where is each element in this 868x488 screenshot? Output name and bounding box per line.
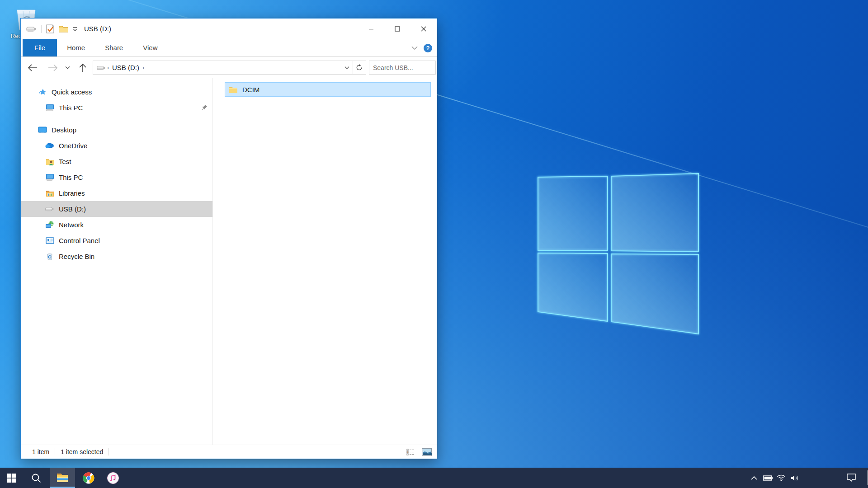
sidebar-group-gap: [21, 116, 212, 122]
address-dropdown-button[interactable]: [341, 61, 353, 74]
file-item-label: DCIM: [242, 86, 259, 94]
maximize-button[interactable]: [384, 19, 410, 39]
usb-drive-icon: [26, 26, 37, 32]
windows-logo-glass: [520, 158, 714, 348]
quick-access-star-icon: [38, 88, 47, 96]
recycle-bin-icon: [45, 253, 54, 260]
desktop-icon: [38, 127, 47, 134]
taskbar-itunes-button[interactable]: [102, 468, 124, 488]
sidebar-item-this-pc[interactable]: This PC: [21, 169, 212, 185]
navigation-pane: Quick access This PC: [21, 78, 212, 445]
divider: [41, 25, 42, 33]
sidebar-item-label: Test: [59, 158, 71, 165]
status-item-count: 1 item: [32, 448, 49, 455]
large-icons-view-button[interactable]: [422, 447, 432, 456]
sidebar-item-libraries[interactable]: Libraries: [21, 185, 212, 201]
ribbon-expand-chevron-icon[interactable]: [411, 46, 418, 50]
navigation-bar: › USB (D:) ›: [21, 57, 437, 78]
sidebar-item-label: This PC: [59, 174, 83, 181]
battery-tray-icon[interactable]: [761, 468, 774, 488]
volume-tray-icon[interactable]: [788, 468, 802, 488]
file-item-dcim[interactable]: DCIM: [225, 82, 431, 97]
sidebar-item-label: Quick access: [52, 88, 92, 96]
help-button[interactable]: ?: [424, 44, 432, 52]
search-box[interactable]: [369, 61, 436, 75]
network-tray-icon[interactable]: [774, 468, 788, 488]
file-explorer-window: USB (D:) File Home Share View: [20, 18, 437, 459]
onedrive-cloud-icon: [45, 143, 54, 149]
sidebar-item-label: USB (D:): [59, 205, 86, 213]
sidebar-item-onedrive[interactable]: OneDrive: [21, 138, 212, 154]
properties-check-icon[interactable]: [46, 24, 55, 34]
action-center-button[interactable]: [840, 468, 863, 488]
taskbar-search-button[interactable]: [25, 468, 47, 488]
sidebar-item-this-pc-pinned[interactable]: This PC: [21, 100, 212, 116]
tab-home[interactable]: Home: [57, 39, 95, 56]
breadcrumb-chevron-icon[interactable]: ›: [142, 65, 144, 71]
divider: [108, 448, 109, 455]
sidebar-item-label: Network: [59, 221, 84, 229]
forward-button[interactable]: [46, 61, 60, 75]
usb-drive-icon: [97, 65, 106, 70]
start-button[interactable]: [1, 468, 23, 488]
up-button[interactable]: [76, 61, 90, 75]
sidebar-item-label: Recycle Bin: [59, 253, 94, 260]
divider: [55, 448, 55, 455]
tab-share[interactable]: Share: [95, 39, 133, 56]
taskbar-chrome-button[interactable]: [78, 468, 99, 488]
search-input[interactable]: [369, 64, 457, 71]
view-toggles: [406, 447, 432, 456]
new-folder-icon[interactable]: [59, 25, 68, 33]
sidebar-item-test[interactable]: Test: [21, 154, 212, 169]
monitor-icon: [45, 174, 54, 181]
volume-icon: [791, 475, 799, 481]
sidebar-item-usb-drive[interactable]: USB (D:): [21, 201, 212, 217]
control-panel-icon: [45, 237, 54, 244]
sidebar-item-label: Desktop: [52, 126, 76, 134]
music-note-icon: [107, 472, 119, 484]
refresh-button[interactable]: [353, 61, 366, 75]
file-explorer-icon: [57, 473, 68, 483]
window-body: Quick access This PC: [21, 78, 437, 445]
hidden-icons-button[interactable]: [747, 468, 761, 488]
quick-access-toolbar: [21, 24, 78, 34]
user-folder-icon: [45, 158, 54, 165]
ribbon-right-controls: ?: [411, 39, 432, 57]
wifi-icon: [777, 474, 786, 481]
network-icon: [45, 221, 54, 229]
pin-icon: [201, 104, 208, 111]
action-center-icon: [847, 474, 856, 482]
tab-view[interactable]: View: [133, 39, 167, 56]
sidebar-item-control-panel[interactable]: Control Panel: [21, 233, 212, 249]
breadcrumb-item[interactable]: USB (D:): [112, 64, 139, 71]
title-bar[interactable]: USB (D:): [21, 19, 437, 39]
chrome-icon: [83, 472, 94, 484]
details-view-button[interactable]: [406, 447, 415, 456]
qat-dropdown-icon[interactable]: [72, 26, 78, 32]
chevron-up-icon: [751, 476, 757, 480]
breadcrumb-chevron-icon: ›: [107, 65, 109, 71]
windows-logo-icon: [7, 474, 16, 483]
close-button[interactable]: [410, 19, 437, 39]
sidebar-item-recycle-bin[interactable]: Recycle Bin: [21, 249, 212, 264]
sidebar-item-label: OneDrive: [59, 142, 87, 150]
refresh-icon: [356, 64, 363, 71]
caption-buttons: [358, 19, 437, 39]
sidebar-item-label: Control Panel: [59, 237, 100, 244]
sidebar-item-label: Libraries: [59, 189, 85, 197]
taskbar-file-explorer-button[interactable]: [50, 468, 75, 488]
file-list[interactable]: DCIM: [213, 78, 437, 445]
sidebar-item-desktop[interactable]: Desktop: [21, 122, 212, 138]
address-bar[interactable]: › USB (D:) ›: [93, 61, 353, 75]
sidebar-item-network[interactable]: Network: [21, 217, 212, 233]
minimize-button[interactable]: [358, 19, 384, 39]
recent-locations-button[interactable]: [62, 61, 73, 75]
sidebar-item-quick-access[interactable]: Quick access: [21, 84, 212, 100]
search-icon: [31, 473, 41, 483]
back-button[interactable]: [26, 61, 39, 75]
tab-file[interactable]: File: [23, 39, 57, 56]
battery-icon: [763, 475, 773, 481]
sidebar-item-label: This PC: [59, 104, 83, 112]
window-title: USB (D:): [84, 25, 111, 33]
desktop: Recycle Bin: [0, 0, 868, 488]
